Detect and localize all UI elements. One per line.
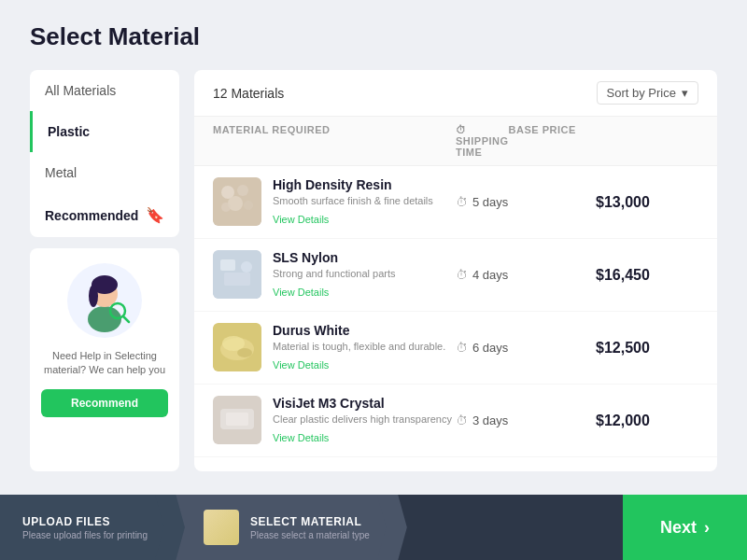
- view-details-link[interactable]: View Details: [273, 359, 329, 371]
- sidebar-item-recommended[interactable]: Recommended 🔖: [30, 193, 179, 237]
- table-row: Durus White Material is tough, flexible …: [194, 312, 717, 385]
- step1-title: UPLOAD FILES: [22, 515, 148, 528]
- next-arrow-icon: ›: [704, 518, 710, 538]
- table-header: MATERIAL REQUIRED ⏱ SHIPPING TIME BASE P…: [194, 117, 717, 166]
- col-price: BASE PRICE: [509, 124, 649, 158]
- svg-line-5: [123, 316, 129, 322]
- step2-text: SELECT MATERIAL Please select a material…: [250, 515, 370, 540]
- base-price: $12,000: [596, 413, 708, 429]
- svg-point-10: [244, 201, 253, 210]
- clock-icon: ⏱: [456, 341, 468, 355]
- page-title: Select Material: [30, 22, 717, 51]
- content-area: All Materials Plastic Metal Recommended …: [30, 70, 717, 471]
- material-details: Durus White Material is tough, flexible …: [273, 323, 456, 372]
- clock-header-icon: ⏱: [456, 124, 467, 135]
- table-row: VisiJet M3 Crystal Clear plastic deliver…: [194, 385, 717, 457]
- svg-point-8: [237, 185, 248, 196]
- clock-icon: ⏱: [456, 413, 468, 427]
- table-row: SLS Nylon Strong and functional parts Vi…: [194, 239, 717, 312]
- material-name: VisiJet M3 Crystal: [273, 396, 456, 411]
- table-row: High Density Resin Smooth surface finish…: [194, 166, 717, 239]
- svg-point-19: [237, 348, 252, 357]
- view-details-link[interactable]: View Details: [273, 214, 329, 225]
- sidebar-item-metal[interactable]: Metal: [30, 152, 179, 193]
- material-info: SLS Nylon Strong and functional parts Vi…: [213, 250, 456, 300]
- materials-count: 12 Materials: [213, 86, 284, 101]
- next-button[interactable]: Next ›: [623, 495, 747, 560]
- base-price: $13,000: [596, 194, 708, 211]
- material-info: VisiJet M3 Crystal Clear plastic deliver…: [213, 396, 456, 445]
- col-shipping: ⏱ SHIPPING TIME: [456, 124, 509, 158]
- step-upload-files: UPLOAD FILES Please upload files for pri…: [0, 495, 170, 560]
- material-details: SLS Nylon Strong and functional parts Vi…: [273, 250, 456, 300]
- base-price: $12,500: [596, 340, 708, 357]
- material-desc: Material is tough, flexible and durable.: [273, 341, 456, 352]
- help-text: Need Help in Selecting material? We can …: [41, 349, 168, 378]
- material-thumbnail: [213, 396, 261, 444]
- sidebar-menu: All Materials Plastic Metal Recommended …: [30, 70, 179, 237]
- svg-rect-22: [226, 413, 248, 426]
- base-price: $16,450: [596, 267, 708, 284]
- material-info: Durus White Material is tough, flexible …: [213, 323, 456, 372]
- material-thumbnail: [213, 323, 261, 371]
- svg-rect-13: [220, 259, 235, 271]
- svg-point-15: [241, 261, 252, 273]
- bookmark-icon: 🔖: [146, 206, 164, 224]
- material-info: High Density Resin Smooth surface finish…: [213, 177, 456, 227]
- col-material: MATERIAL REQUIRED: [213, 124, 456, 158]
- shipping-time: ⏱ 3 days: [456, 413, 596, 427]
- sidebar-item-plastic[interactable]: Plastic: [30, 111, 179, 152]
- material-details: High Density Resin Smooth surface finish…: [273, 177, 456, 227]
- clock-icon: ⏱: [456, 268, 468, 282]
- svg-point-11: [221, 203, 231, 212]
- bottom-bar: UPLOAD FILES Please upload files for pri…: [0, 495, 747, 560]
- step-select-material: SELECT MATERIAL Please select a material…: [170, 495, 392, 560]
- help-illustration: [67, 263, 142, 338]
- sidebar: All Materials Plastic Metal Recommended …: [30, 70, 179, 471]
- main-content: Select Material All Materials Plastic Me…: [0, 0, 747, 495]
- panel-header: 12 Materials Sort by Price ▾: [194, 70, 717, 117]
- svg-rect-14: [224, 273, 250, 286]
- material-name: SLS Nylon: [273, 250, 456, 265]
- recommend-button[interactable]: Recommend: [41, 389, 168, 417]
- view-details-link[interactable]: View Details: [273, 287, 329, 298]
- step1-text: UPLOAD FILES Please upload files for pri…: [22, 515, 148, 540]
- step1-subtitle: Please upload files for printing: [22, 530, 148, 540]
- sort-control[interactable]: Sort by Price ▾: [597, 81, 698, 105]
- shipping-time: ⏱ 6 days: [456, 341, 596, 355]
- shipping-time: ⏱ 5 days: [456, 195, 596, 209]
- sidebar-item-all-materials[interactable]: All Materials: [30, 70, 179, 111]
- step2-subtitle: Please select a material type: [250, 530, 370, 540]
- svg-point-3: [89, 285, 98, 307]
- material-details: VisiJet M3 Crystal Clear plastic deliver…: [273, 396, 456, 445]
- material-desc: Strong and functional parts: [273, 268, 456, 279]
- help-card: Need Help in Selecting material? We can …: [30, 248, 179, 471]
- chevron-down-icon: ▾: [682, 86, 688, 100]
- step2-title: SELECT MATERIAL: [250, 515, 370, 528]
- materials-panel: 12 Materials Sort by Price ▾ MATERIAL RE…: [194, 70, 717, 471]
- material-name: High Density Resin: [273, 177, 456, 192]
- shipping-time: ⏱ 4 days: [456, 268, 596, 282]
- material-thumbnail: [213, 177, 261, 226]
- material-desc: Clear plastic delivers high transparency: [273, 413, 456, 425]
- clock-icon: ⏱: [456, 195, 468, 209]
- step2-thumb: [204, 510, 239, 545]
- material-thumbnail: [213, 250, 261, 299]
- view-details-link[interactable]: View Details: [273, 432, 329, 443]
- person-illustration: [77, 268, 133, 333]
- material-desc: Smooth surface finish & fine details: [273, 195, 456, 206]
- material-name: Durus White: [273, 323, 456, 338]
- materials-list: High Density Resin Smooth surface finish…: [194, 166, 717, 471]
